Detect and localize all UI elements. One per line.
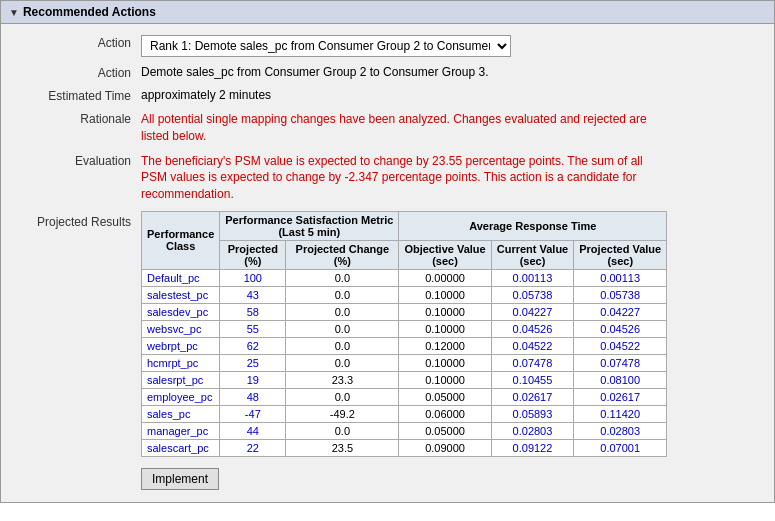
projected-value-cell: 0.00113 — [574, 269, 667, 286]
projected-change-cell: 0.0 — [286, 269, 399, 286]
table-row: Default_pc1000.00.000000.001130.00113 — [142, 269, 667, 286]
table-row: salesrpt_pc1923.30.100000.104550.08100 — [142, 371, 667, 388]
projected-change-cell: 23.3 — [286, 371, 399, 388]
pc-name-cell[interactable]: salestest_pc — [142, 286, 220, 303]
col-header-psm-group: Performance Satisfaction Metric(Last 5 m… — [220, 211, 399, 240]
current-value-cell: 0.04227 — [491, 303, 574, 320]
panel-body: Action Rank 1: Demote sales_pc from Cons… — [1, 24, 774, 502]
objective-value-cell: 0.05000 — [399, 422, 491, 439]
table-row: manager_pc440.00.050000.028030.02803 — [142, 422, 667, 439]
rationale-label: Rationale — [1, 111, 141, 126]
col-header-objective-value: Objective Value(sec) — [399, 240, 491, 269]
projected-pct-cell: 22 — [220, 439, 286, 456]
pc-name-cell[interactable]: Default_pc — [142, 269, 220, 286]
col-header-projected-change: Projected Change(%) — [286, 240, 399, 269]
objective-value-cell: 0.05000 — [399, 388, 491, 405]
pc-name-cell[interactable]: salescart_pc — [142, 439, 220, 456]
current-value-cell: 0.04522 — [491, 337, 574, 354]
projected-pct-cell: 58 — [220, 303, 286, 320]
pc-name-cell[interactable]: hcmrpt_pc — [142, 354, 220, 371]
action-dropdown-label: Action — [1, 35, 141, 50]
objective-value-cell: 0.00000 — [399, 269, 491, 286]
col-header-art-group: Average Response Time — [399, 211, 667, 240]
projected-value-cell: 0.04522 — [574, 337, 667, 354]
pc-name-cell[interactable]: websvc_pc — [142, 320, 220, 337]
action-text-row: Action Demote sales_pc from Consumer Gro… — [1, 62, 774, 83]
projected-change-cell: 0.0 — [286, 422, 399, 439]
current-value-cell: 0.07478 — [491, 354, 574, 371]
projected-value-cell: 0.05738 — [574, 286, 667, 303]
estimated-time-row: Estimated Time approximately 2 minutes — [1, 85, 774, 106]
projected-value-cell: 0.07001 — [574, 439, 667, 456]
pc-name-cell[interactable]: sales_pc — [142, 405, 220, 422]
action-dropdown-row: Action Rank 1: Demote sales_pc from Cons… — [1, 32, 774, 60]
projected-value-cell: 0.04227 — [574, 303, 667, 320]
table-row: salescart_pc2223.50.090000.091220.07001 — [142, 439, 667, 456]
current-value-cell: 0.05893 — [491, 405, 574, 422]
projected-pct-cell: 43 — [220, 286, 286, 303]
col-header-current-value: Current Value(sec) — [491, 240, 574, 269]
projected-results-table-wrapper: PerformanceClass Performance Satisfactio… — [141, 211, 774, 457]
projected-value-cell: 0.07478 — [574, 354, 667, 371]
panel-header: ▼ Recommended Actions — [1, 1, 774, 24]
table-row: employee_pc480.00.050000.026170.02617 — [142, 388, 667, 405]
objective-value-cell: 0.12000 — [399, 337, 491, 354]
current-value-cell: 0.10455 — [491, 371, 574, 388]
action-select[interactable]: Rank 1: Demote sales_pc from Consumer Gr… — [141, 35, 511, 57]
action-dropdown-wrapper: Rank 1: Demote sales_pc from Consumer Gr… — [141, 35, 774, 57]
evaluation-row: Evaluation The beneficiary's PSM value i… — [1, 150, 774, 206]
current-value-cell: 0.02803 — [491, 422, 574, 439]
pc-name-cell[interactable]: salesdev_pc — [142, 303, 220, 320]
projected-value-cell: 0.02617 — [574, 388, 667, 405]
objective-value-cell: 0.10000 — [399, 303, 491, 320]
projected-change-cell: 0.0 — [286, 286, 399, 303]
projected-pct-cell: 44 — [220, 422, 286, 439]
objective-value-cell: 0.10000 — [399, 354, 491, 371]
projected-results-label: Projected Results — [1, 211, 141, 229]
action-text-label: Action — [1, 65, 141, 80]
projected-change-cell: -49.2 — [286, 405, 399, 422]
pc-name-cell[interactable]: employee_pc — [142, 388, 220, 405]
current-value-cell: 0.00113 — [491, 269, 574, 286]
objective-value-cell: 0.10000 — [399, 286, 491, 303]
table-row: websvc_pc550.00.100000.045260.04526 — [142, 320, 667, 337]
col-header-perf-class: PerformanceClass — [142, 211, 220, 269]
table-row: salesdev_pc580.00.100000.042270.04227 — [142, 303, 667, 320]
implement-button[interactable]: Implement — [141, 468, 219, 490]
objective-value-cell: 0.09000 — [399, 439, 491, 456]
projected-value-cell: 0.04526 — [574, 320, 667, 337]
rationale-row: Rationale All potential single mapping c… — [1, 108, 774, 148]
table-row: hcmrpt_pc250.00.100000.074780.07478 — [142, 354, 667, 371]
current-value-cell: 0.09122 — [491, 439, 574, 456]
objective-value-cell: 0.10000 — [399, 371, 491, 388]
projected-pct-cell: 48 — [220, 388, 286, 405]
pc-name-cell[interactable]: webrpt_pc — [142, 337, 220, 354]
projected-value-cell: 0.08100 — [574, 371, 667, 388]
evaluation-label: Evaluation — [1, 153, 141, 168]
pc-name-cell[interactable]: manager_pc — [142, 422, 220, 439]
action-text-value: Demote sales_pc from Consumer Group 2 to… — [141, 65, 774, 79]
projected-pct-cell: 25 — [220, 354, 286, 371]
projected-change-cell: 0.0 — [286, 320, 399, 337]
projected-change-cell: 0.0 — [286, 388, 399, 405]
projected-change-cell: 0.0 — [286, 303, 399, 320]
projected-change-cell: 23.5 — [286, 439, 399, 456]
projected-change-cell: 0.0 — [286, 337, 399, 354]
current-value-cell: 0.02617 — [491, 388, 574, 405]
projected-pct-cell: -47 — [220, 405, 286, 422]
col-header-projected-value: Projected Value(sec) — [574, 240, 667, 269]
recommended-actions-panel: ▼ Recommended Actions Action Rank 1: Dem… — [0, 0, 775, 503]
collapse-icon[interactable]: ▼ — [9, 7, 19, 18]
table-row: salestest_pc430.00.100000.057380.05738 — [142, 286, 667, 303]
table-row: webrpt_pc620.00.120000.045220.04522 — [142, 337, 667, 354]
current-value-cell: 0.04526 — [491, 320, 574, 337]
current-value-cell: 0.05738 — [491, 286, 574, 303]
projected-pct-cell: 55 — [220, 320, 286, 337]
col-header-projected-pct: Projected(%) — [220, 240, 286, 269]
implement-row: Implement — [1, 460, 774, 494]
projected-pct-cell: 19 — [220, 371, 286, 388]
objective-value-cell: 0.06000 — [399, 405, 491, 422]
panel-title: Recommended Actions — [23, 5, 156, 19]
pc-name-cell[interactable]: salesrpt_pc — [142, 371, 220, 388]
estimated-time-value: approximately 2 minutes — [141, 88, 774, 102]
